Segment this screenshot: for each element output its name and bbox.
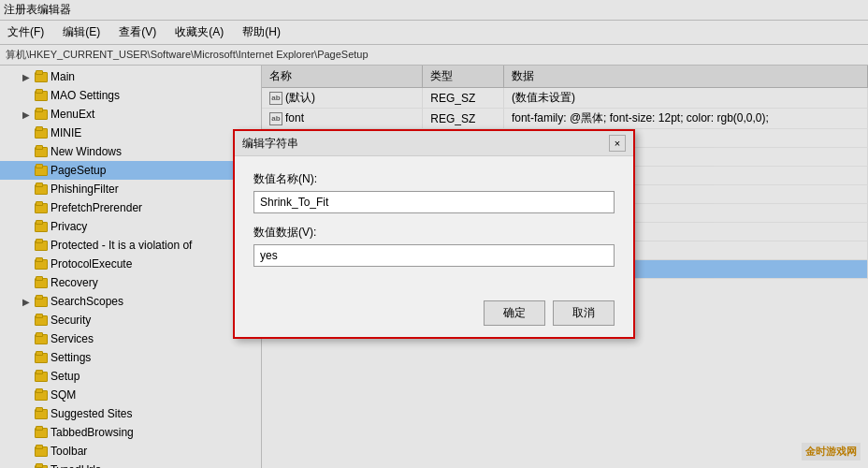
dialog-body: 数值名称(N): 数值数据(V): — [235, 156, 633, 293]
dialog-buttons: 确定 取消 — [235, 293, 633, 337]
close-icon: × — [615, 138, 620, 149]
data-label: 数值数据(V): — [253, 225, 615, 241]
edit-string-dialog: 编辑字符串 × 数值名称(N): 数值数据(V): 确定 取消 — [233, 129, 635, 339]
data-input[interactable] — [253, 244, 615, 267]
name-input[interactable] — [253, 191, 615, 213]
cancel-button[interactable]: 取消 — [553, 300, 615, 326]
confirm-button[interactable]: 确定 — [484, 300, 545, 326]
dialog-titlebar: 编辑字符串 × — [235, 131, 633, 156]
name-label: 数值名称(N): — [253, 171, 615, 187]
modal-overlay: 编辑字符串 × 数值名称(N): 数值数据(V): 确定 取消 — [0, 0, 868, 468]
dialog-close-button[interactable]: × — [609, 135, 626, 152]
dialog-title: 编辑字符串 — [242, 136, 298, 152]
